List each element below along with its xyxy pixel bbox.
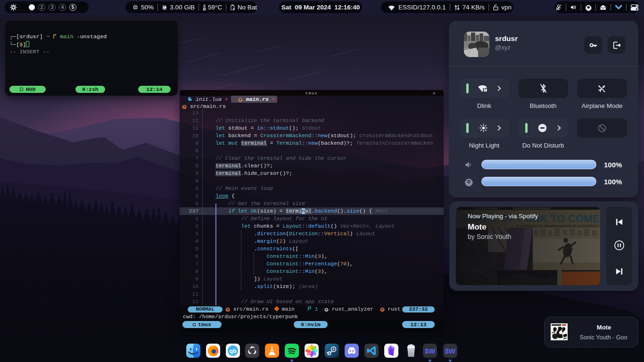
svg-text:$W: $W [445,347,456,355]
svg-text:$W: $W [425,347,436,355]
svg-text:qb: qb [229,348,237,354]
